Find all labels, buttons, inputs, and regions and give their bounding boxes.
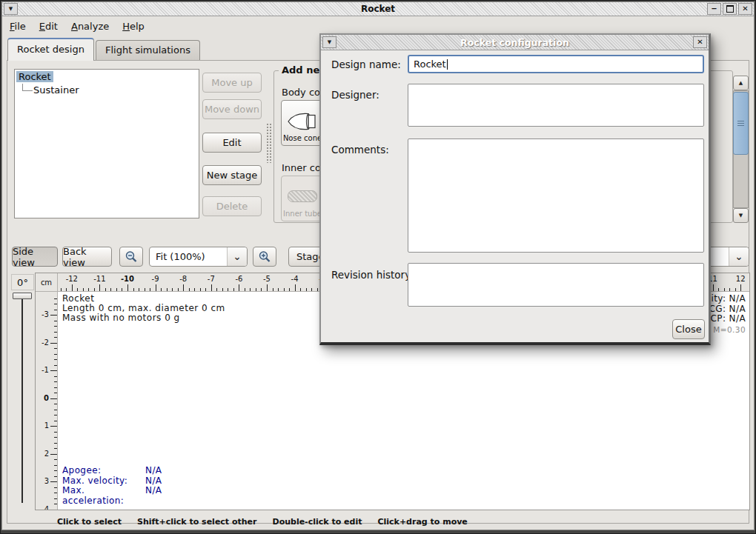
inner-tube-icon: [288, 190, 317, 202]
dialog-close-button[interactable]: Close: [672, 319, 705, 339]
design-name-value: Rocket: [414, 59, 446, 70]
menu-edit[interactable]: Edit: [33, 18, 64, 35]
revision-history-textarea[interactable]: [408, 263, 704, 307]
dialog-close-icon[interactable]: ✕: [693, 36, 707, 48]
ruler-unit-label: cm: [36, 273, 58, 292]
close-button[interactable]: ✕: [738, 3, 752, 15]
back-view-button[interactable]: Back view: [62, 247, 112, 267]
maximize-button[interactable]: [723, 3, 737, 15]
designer-textarea[interactable]: [408, 84, 704, 127]
main-titlebar[interactable]: ▼ Rocket − ✕: [2, 2, 754, 16]
dialog-title: Rocket configuration: [321, 37, 709, 48]
new-stage-button[interactable]: New stage: [202, 165, 262, 185]
tab-rocket-design[interactable]: Rocket design: [7, 38, 94, 61]
rocket-info-text: RocketLength 0 cm, max. diameter 0 cmMas…: [62, 294, 225, 323]
flight-info: Apogee:N/A Max. velocity:N/A Max. accele…: [62, 466, 162, 506]
revision-history-label: Revision history:: [331, 269, 414, 281]
component-scrollbar: ▲ ▼: [733, 76, 749, 223]
minimize-button[interactable]: −: [707, 3, 721, 15]
tree-item-rocket[interactable]: Rocket: [16, 71, 53, 82]
chevron-down-icon: ⌄: [729, 247, 749, 266]
zoom-combobox[interactable]: Fit (100%) ⌄: [149, 247, 248, 267]
zoom-value: Fit (100%): [150, 251, 227, 262]
comments-label: Comments:: [331, 144, 389, 156]
scrollbar-thumb[interactable]: [733, 92, 749, 155]
component-tree[interactable]: Rocket Sustainer: [14, 69, 199, 218]
menu-file[interactable]: File: [3, 18, 33, 35]
side-view-button[interactable]: Side view: [12, 247, 58, 267]
tab-flight-simulations[interactable]: Flight simulations: [96, 40, 200, 60]
tree-item-sustainer[interactable]: Sustainer: [33, 84, 79, 96]
move-down-button[interactable]: Move down: [202, 99, 262, 119]
chevron-down-icon: ⌄: [227, 247, 247, 266]
dialog-titlebar[interactable]: ▼ Rocket configuration ✕: [321, 35, 709, 50]
design-name-label: Design name:: [331, 59, 401, 70]
nose-cone-icon: [286, 110, 319, 133]
screen: ▼ Rocket − ✕ File Edit Analyze Help Rock…: [0, 0, 756, 534]
panel-drag-handle[interactable]: [266, 123, 273, 163]
zoom-out-button[interactable]: [119, 247, 143, 267]
menu-help[interactable]: Help: [116, 18, 151, 35]
scroll-down-button[interactable]: ▼: [733, 208, 749, 223]
scroll-up-button[interactable]: ▲: [733, 76, 749, 90]
text-caret: [447, 59, 448, 70]
zoom-in-icon: [258, 250, 271, 264]
rotation-slider-track[interactable]: [21, 298, 23, 503]
window-menu-icon[interactable]: ▼: [4, 3, 18, 15]
inner-tube-label: Inner tube: [283, 210, 322, 218]
nose-cone-button[interactable]: Nose cone: [281, 100, 324, 146]
design-name-input[interactable]: Rocket: [408, 55, 704, 73]
window-title: Rocket: [2, 4, 754, 14]
tree-connector: [22, 84, 33, 91]
nose-cone-label: Nose cone: [283, 134, 322, 142]
comments-textarea[interactable]: [408, 138, 704, 253]
vertical-ruler: -3-2-101234: [36, 292, 58, 510]
rotation-slider-thumb[interactable]: [13, 293, 32, 299]
rotation-angle-label: 0°: [11, 274, 34, 290]
maximize-icon: [726, 5, 734, 13]
edit-button[interactable]: Edit: [202, 133, 262, 153]
move-up-button[interactable]: Move up: [202, 73, 262, 93]
tab-strip: Rocket design Flight simulations: [7, 39, 202, 60]
designer-label: Designer:: [331, 89, 379, 101]
menu-analyze[interactable]: Analyze: [64, 18, 116, 35]
zoom-in-button[interactable]: [253, 247, 276, 267]
status-hints: Click to selectShift+click to select oth…: [57, 517, 483, 527]
zoom-out-icon: [125, 250, 138, 264]
dialog-window-menu-icon[interactable]: ▼: [322, 36, 336, 48]
delete-button[interactable]: Delete: [202, 196, 262, 216]
inner-tube-button[interactable]: Inner tube: [281, 176, 324, 221]
rocket-configuration-dialog: ▼ Rocket configuration ✕ Design name: Ro…: [319, 33, 711, 345]
